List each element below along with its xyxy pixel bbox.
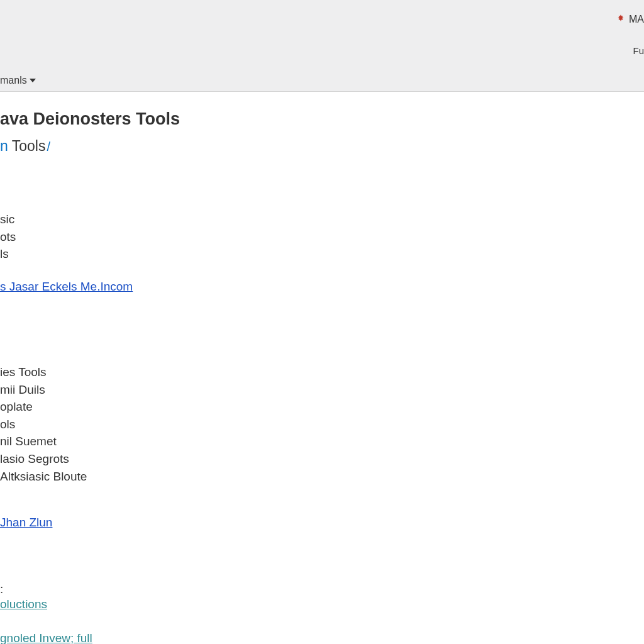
list-group-1: sic ots ls xyxy=(0,211,644,262)
header-subright-label: Fu xyxy=(633,45,644,56)
related-colon: : xyxy=(0,582,644,596)
breadcrumb: n Tools/ xyxy=(0,138,644,155)
list-item: mii Duils xyxy=(0,382,644,398)
list-group-2: ies Tools mii Duils oplate ols nil Sueme… xyxy=(0,364,644,484)
list-item: sic xyxy=(0,211,644,228)
header-topright: MA xyxy=(616,14,644,25)
link-oluctions[interactable]: oluctions xyxy=(0,597,47,611)
nav-dropdown[interactable]: manls xyxy=(0,75,36,86)
list-item: ls xyxy=(0,246,644,262)
list-item: ots xyxy=(0,229,644,245)
related-links: : oluctions gnoled Invew; full mt xyxy=(0,582,644,644)
list-item: Altksiasic Bloute xyxy=(0,469,644,485)
header-topright-label: MA xyxy=(629,14,644,25)
link-jhan-zlun[interactable]: Jhan Zlun xyxy=(0,516,52,530)
list-item: oplate xyxy=(0,399,644,415)
list-item: lasio Segrots xyxy=(0,451,644,467)
list-item: ies Tools xyxy=(0,364,644,380)
page-title: ava Deionosters Tools xyxy=(0,109,644,129)
page-header: MA Fu manls xyxy=(0,0,644,92)
list-item: nil Suemet xyxy=(0,433,644,450)
maple-leaf-icon xyxy=(616,14,625,25)
breadcrumb-slash: / xyxy=(47,140,50,153)
link-jasar-eckels[interactable]: s Jasar Eckels Me.Incom xyxy=(0,280,133,294)
link-invew[interactable]: gnoled Invew; full xyxy=(0,631,92,644)
breadcrumb-lead[interactable]: n xyxy=(0,138,8,154)
list-item: ols xyxy=(0,416,644,433)
chevron-down-icon xyxy=(30,79,36,82)
nav-dropdown-label: manls xyxy=(0,75,27,86)
main-content: ava Deionosters Tools n Tools/ sic ots l… xyxy=(0,92,644,644)
breadcrumb-main: Tools xyxy=(8,138,46,154)
